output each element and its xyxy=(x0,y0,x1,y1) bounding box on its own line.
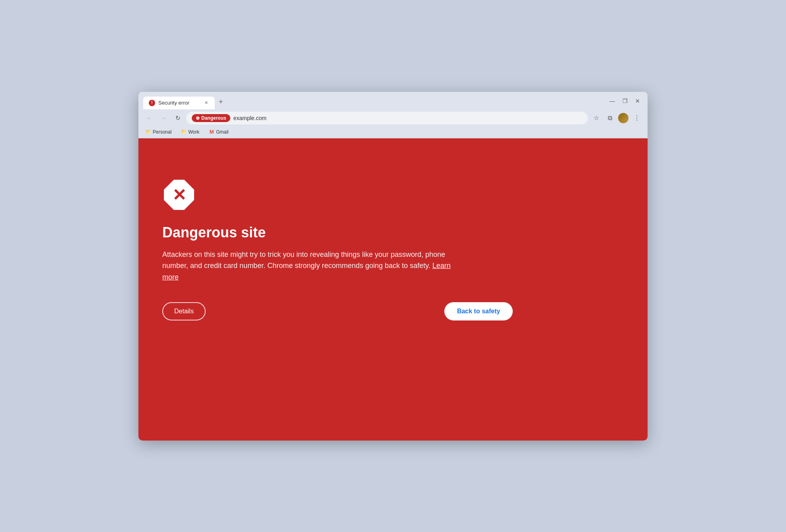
error-description: Attackers on this site might try to tric… xyxy=(162,249,465,283)
bookmark-gmail-label: Gmail xyxy=(216,129,228,135)
page-content: ✕ Dangerous site Attackers on this site … xyxy=(138,138,648,441)
security-badge: ⊗ Dangerous xyxy=(192,114,230,122)
tab-favicon: ! xyxy=(149,100,155,106)
bookmark-personal-label: Personal xyxy=(153,129,171,135)
menu-button[interactable]: ⋮ xyxy=(631,112,643,124)
maximize-button[interactable]: ❐ xyxy=(620,96,630,106)
error-description-text: Attackers on this site might try to tric… xyxy=(162,250,445,270)
toolbar: ← → ↻ ⊗ Dangerous example.com ☆ ⧉ ⋮ xyxy=(138,109,648,127)
bookmark-work-label: Work xyxy=(188,129,199,135)
profile-button[interactable] xyxy=(617,112,629,124)
tab-title: Security error xyxy=(158,100,200,106)
toolbar-actions: ☆ ⧉ ⋮ xyxy=(590,112,643,124)
details-button[interactable]: Details xyxy=(162,302,206,320)
gmail-icon: M xyxy=(209,129,214,135)
bookmark-personal[interactable]: 📁 Personal xyxy=(144,128,173,136)
close-button[interactable]: ✕ xyxy=(632,96,643,106)
browser-window: ! Security error ✕ + — ❐ ✕ ← → ↻ ⊗ Dange… xyxy=(138,92,648,441)
danger-icon-wrapper: ✕ xyxy=(162,178,196,212)
error-title: Dangerous site xyxy=(162,224,465,241)
bookmark-gmail[interactable]: M Gmail xyxy=(207,128,230,136)
bookmark-work[interactable]: 📁 Work xyxy=(179,128,201,136)
reload-button[interactable]: ↻ xyxy=(172,112,184,124)
buttons-row: Details Back to safety xyxy=(162,302,465,320)
window-controls: — ❐ ✕ xyxy=(607,96,643,109)
security-badge-icon: ⊗ xyxy=(196,115,200,121)
tab-close-button[interactable]: ✕ xyxy=(203,100,209,106)
minimize-button[interactable]: — xyxy=(607,96,617,106)
bookmark-button[interactable]: ☆ xyxy=(590,112,602,124)
address-bar[interactable]: ⊗ Dangerous example.com xyxy=(186,112,588,124)
folder-icon-work: 📁 xyxy=(181,129,187,134)
danger-octagon-svg: ✕ xyxy=(162,178,196,212)
error-container: ✕ Dangerous site Attackers on this site … xyxy=(162,178,465,320)
title-bar: ! Security error ✕ + — ❐ ✕ xyxy=(138,92,648,109)
back-to-safety-button[interactable]: Back to safety xyxy=(444,302,513,320)
profile-avatar xyxy=(618,113,628,123)
folder-icon-personal: 📁 xyxy=(146,129,151,134)
new-tab-button[interactable]: + xyxy=(215,96,227,108)
tab-group: ! Security error ✕ + xyxy=(143,96,227,109)
extensions-button[interactable]: ⧉ xyxy=(604,112,616,124)
back-button[interactable]: ← xyxy=(143,112,155,124)
svg-text:✕: ✕ xyxy=(172,186,186,204)
url-text: example.com xyxy=(233,115,267,121)
active-tab[interactable]: ! Security error ✕ xyxy=(143,97,215,109)
bookmarks-bar: 📁 Personal 📁 Work M Gmail xyxy=(138,127,648,138)
forward-button[interactable]: → xyxy=(158,112,169,124)
security-badge-label: Dangerous xyxy=(201,115,226,121)
